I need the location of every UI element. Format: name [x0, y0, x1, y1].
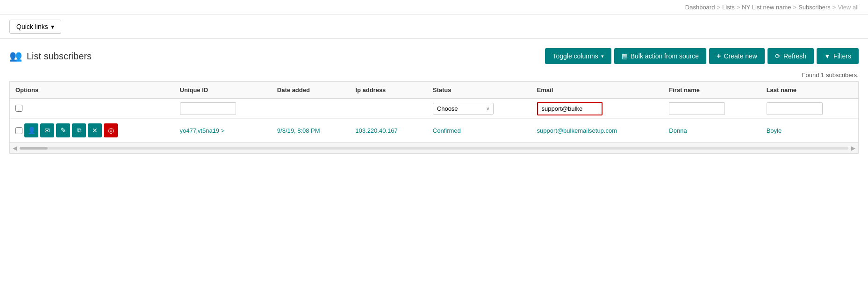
- table-header-row: Options Unique ID Date added Ip address …: [10, 82, 858, 99]
- envelope-icon: ✉: [44, 127, 50, 134]
- sep-4: >: [832, 4, 836, 11]
- filter-status-select[interactable]: Choose Confirmed Unconfirmed Unsubscribe…: [437, 105, 484, 112]
- bulk-action-label: Bulk action from source: [631, 52, 699, 60]
- scroll-left-arrow[interactable]: ◀: [10, 145, 20, 151]
- row-ip-link[interactable]: 103.220.40.167: [355, 127, 397, 134]
- scroll-right-arrow[interactable]: ▶: [848, 145, 858, 151]
- filter-email-cell: [531, 99, 664, 119]
- plus-icon: +: [717, 52, 721, 60]
- page-title-text: List subscribers: [27, 51, 92, 62]
- edit-icon: ✎: [60, 126, 66, 135]
- row-unique-id-link[interactable]: yo477jvt5na19 >: [180, 127, 225, 134]
- filter-ip-cell: [350, 99, 427, 119]
- breadcrumb-subscribers[interactable]: Subscribers: [798, 4, 831, 11]
- row-date-link[interactable]: 9/8/19, 8:08 PM: [277, 127, 320, 134]
- row-lastname-cell: Boyle: [761, 119, 858, 143]
- send-email-button[interactable]: ✉: [40, 123, 54, 137]
- target-button[interactable]: ◎: [104, 123, 118, 137]
- delete-button[interactable]: ✕: [88, 123, 102, 137]
- table-row: 👤 ✉ ✎ ⧉: [10, 119, 858, 143]
- row-email-cell: support@bulkemailsetup.com: [531, 119, 664, 143]
- filters-label: Filters: [833, 52, 851, 60]
- row-firstname-cell: Donna: [663, 119, 760, 143]
- breadcrumb-bar: Dashboard > Lists > NY List new name > S…: [0, 0, 868, 15]
- col-status: Status: [427, 82, 531, 99]
- col-first-name: First name: [663, 82, 760, 99]
- col-unique-id: Unique ID: [174, 82, 272, 99]
- quick-links-arrow: ▾: [51, 23, 54, 30]
- subscribers-table: Options Unique ID Date added Ip address …: [10, 82, 858, 143]
- page-title-icon: 👥: [9, 50, 22, 62]
- copy-icon: ⧉: [77, 127, 81, 134]
- spreadsheet-icon: ▤: [622, 52, 628, 60]
- refresh-button[interactable]: ⟳ Refresh: [768, 48, 814, 64]
- filter-lastname-input[interactable]: [767, 102, 823, 115]
- filter-unique-id-cell: [174, 99, 272, 119]
- copy-button[interactable]: ⧉: [72, 123, 86, 137]
- action-icons: 👤 ✉ ✎ ⧉: [24, 123, 118, 137]
- filter-firstname-input[interactable]: [669, 102, 725, 115]
- breadcrumb-list-name[interactable]: NY List new name: [742, 4, 791, 11]
- person-icon: 👤: [28, 127, 36, 134]
- filter-row: Choose Confirmed Unconfirmed Unsubscribe…: [10, 99, 858, 119]
- row-firstname-link[interactable]: Donna: [669, 127, 687, 134]
- select-all-checkbox[interactable]: [15, 105, 22, 112]
- create-new-button[interactable]: + Create new: [709, 48, 765, 64]
- quick-links-button[interactable]: Quick links ▾: [9, 20, 61, 34]
- create-new-label: Create new: [724, 52, 757, 60]
- col-email: Email: [531, 82, 664, 99]
- filter-status-wrapper: Choose Confirmed Unconfirmed Unsubscribe…: [433, 103, 494, 115]
- row-ip-cell: 103.220.40.167: [350, 119, 427, 143]
- funnel-icon: ▼: [824, 52, 831, 60]
- filter-status-cell: Choose Confirmed Unconfirmed Unsubscribe…: [427, 99, 531, 119]
- target-icon: ◎: [108, 126, 114, 135]
- col-last-name: Last name: [761, 82, 858, 99]
- edit-button[interactable]: ✎: [56, 123, 70, 137]
- sep-2: >: [737, 4, 740, 11]
- refresh-icon: ⟳: [775, 52, 781, 60]
- bulk-action-button[interactable]: ▤ Bulk action from source: [614, 48, 706, 64]
- filter-unique-id-input[interactable]: [180, 102, 236, 115]
- table-container: Options Unique ID Date added Ip address …: [9, 81, 859, 143]
- page-header: 👥 List subscribers Toggle columns ▾ ▤ Bu…: [9, 48, 859, 64]
- found-label: Found 1 subscribers.: [9, 72, 859, 79]
- page-title: 👥 List subscribers: [9, 50, 92, 62]
- col-ip-address: Ip address: [350, 82, 427, 99]
- breadcrumb-view-all[interactable]: View all: [838, 4, 859, 11]
- filter-firstname-cell: [663, 99, 760, 119]
- filter-date-cell: [272, 99, 350, 119]
- row-checkbox[interactable]: [15, 127, 22, 134]
- toggle-columns-arrow: ▾: [601, 53, 604, 59]
- row-lastname-link[interactable]: Boyle: [767, 127, 782, 134]
- col-date-added: Date added: [272, 82, 350, 99]
- quick-links-label: Quick links: [16, 23, 48, 30]
- sep-1: >: [717, 4, 720, 11]
- row-email-link[interactable]: support@bulkemailsetup.com: [537, 127, 617, 134]
- action-buttons: Toggle columns ▾ ▤ Bulk action from sour…: [545, 48, 859, 64]
- breadcrumb-dashboard[interactable]: Dashboard: [685, 4, 715, 11]
- view-profile-button[interactable]: 👤: [24, 123, 38, 137]
- quick-links-bar: Quick links ▾: [0, 15, 868, 39]
- close-icon: ✕: [92, 127, 98, 134]
- scrollbar-thumb[interactable]: [20, 147, 48, 150]
- scrollbar-track[interactable]: [20, 147, 848, 150]
- refresh-label: Refresh: [783, 52, 806, 60]
- toggle-columns-button[interactable]: Toggle columns ▾: [545, 48, 611, 64]
- row-date-cell: 9/8/19, 8:08 PM: [272, 119, 350, 143]
- sep-3: >: [793, 4, 797, 11]
- filter-options-cell: [10, 99, 174, 119]
- row-unique-id-cell: yo477jvt5na19 >: [174, 119, 272, 143]
- filters-button[interactable]: ▼ Filters: [817, 48, 859, 64]
- main-content: 👥 List subscribers Toggle columns ▾ ▤ Bu…: [0, 39, 868, 163]
- row-status-link[interactable]: Confirmed: [433, 127, 461, 134]
- breadcrumb-lists[interactable]: Lists: [722, 4, 735, 11]
- toggle-columns-label: Toggle columns: [552, 52, 598, 60]
- filter-email-input[interactable]: [537, 102, 603, 115]
- row-status-cell: Confirmed: [427, 119, 531, 143]
- col-options: Options: [10, 82, 174, 99]
- horizontal-scrollbar[interactable]: ◀ ▶: [9, 143, 859, 154]
- filter-lastname-cell: [761, 99, 858, 119]
- row-options-cell: 👤 ✉ ✎ ⧉: [10, 119, 174, 143]
- select-dropdown-arrow: ∨: [486, 106, 489, 111]
